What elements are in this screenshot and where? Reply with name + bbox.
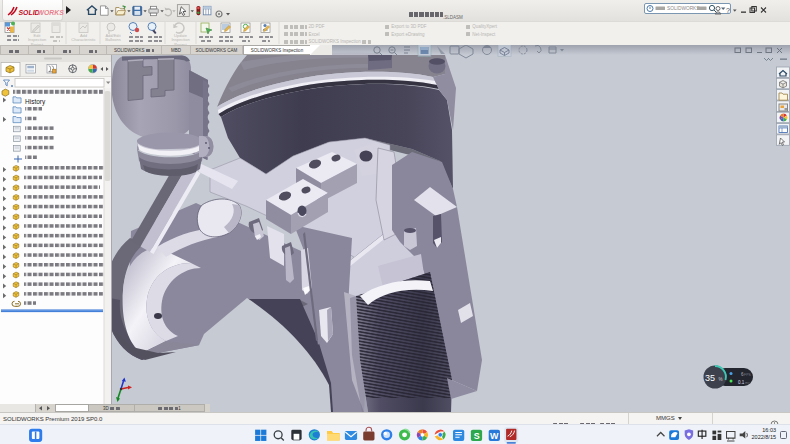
svg-text:FPS: FPS xyxy=(744,373,751,377)
svg-text:35: 35 xyxy=(705,373,715,383)
svg-text:W: W xyxy=(490,431,499,441)
svg-text:SOLID: SOLID xyxy=(19,9,40,16)
svg-text:ms: ms xyxy=(745,381,750,385)
svg-text:%: % xyxy=(719,377,723,382)
svg-text:?: ? xyxy=(726,7,730,14)
svg-text:S: S xyxy=(474,431,480,441)
svg-text:WORKS: WORKS xyxy=(38,9,65,16)
svg-text:SOLIDWORKS: SOLIDWORKS xyxy=(667,6,700,11)
svg-text:0.1: 0.1 xyxy=(738,380,745,385)
svg-text:History: History xyxy=(25,98,46,106)
